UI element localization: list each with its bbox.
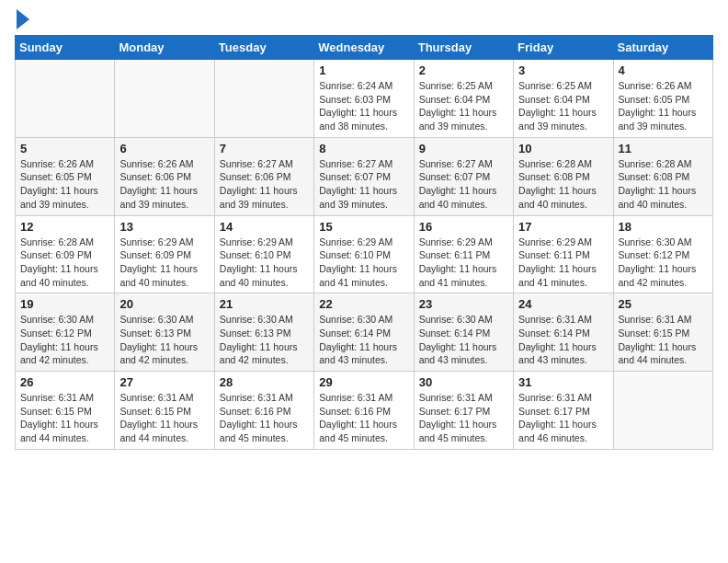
weekday-header-wednesday: Wednesday	[314, 36, 414, 60]
logo	[15, 13, 29, 29]
calendar-cell: 2Sunrise: 6:25 AM Sunset: 6:04 PM Daylig…	[414, 60, 513, 138]
day-number: 7	[220, 142, 309, 155]
day-number: 9	[419, 142, 508, 155]
calendar-cell: 23Sunrise: 6:30 AM Sunset: 6:14 PM Dayli…	[414, 293, 513, 372]
day-number: 26	[20, 375, 109, 389]
day-info: Sunrise: 6:26 AM Sunset: 6:06 PM Dayligh…	[119, 157, 209, 212]
weekday-header-tuesday: Tuesday	[214, 36, 313, 60]
calendar-cell: 4Sunrise: 6:26 AM Sunset: 6:05 PM Daylig…	[613, 60, 712, 138]
day-info: Sunrise: 6:27 AM Sunset: 6:07 PM Dayligh…	[319, 157, 408, 212]
day-info: Sunrise: 6:31 AM Sunset: 6:15 PM Dayligh…	[20, 391, 109, 445]
day-number: 22	[319, 297, 408, 311]
svg-marker-0	[17, 9, 29, 29]
calendar-cell: 25Sunrise: 6:31 AM Sunset: 6:15 PM Dayli…	[613, 293, 712, 372]
day-info: Sunrise: 6:30 AM Sunset: 6:13 PM Dayligh…	[220, 313, 309, 367]
day-info: Sunrise: 6:29 AM Sunset: 6:10 PM Dayligh…	[220, 236, 309, 290]
day-number: 21	[220, 297, 309, 311]
day-number: 17	[518, 220, 608, 234]
day-number: 30	[419, 375, 508, 389]
calendar-cell: 13Sunrise: 6:29 AM Sunset: 6:09 PM Dayli…	[115, 215, 214, 293]
day-info: Sunrise: 6:29 AM Sunset: 6:11 PM Dayligh…	[419, 236, 508, 290]
day-info: Sunrise: 6:28 AM Sunset: 6:09 PM Dayligh…	[20, 236, 109, 290]
day-info: Sunrise: 6:31 AM Sunset: 6:17 PM Dayligh…	[518, 391, 608, 445]
calendar-cell	[16, 60, 115, 138]
day-info: Sunrise: 6:28 AM Sunset: 6:08 PM Dayligh…	[619, 157, 708, 212]
day-info: Sunrise: 6:29 AM Sunset: 6:11 PM Dayligh…	[518, 236, 608, 290]
day-info: Sunrise: 6:27 AM Sunset: 6:07 PM Dayligh…	[419, 157, 508, 212]
calendar-cell: 18Sunrise: 6:30 AM Sunset: 6:12 PM Dayli…	[613, 215, 712, 293]
day-number: 16	[419, 220, 508, 234]
calendar-cell: 3Sunrise: 6:25 AM Sunset: 6:04 PM Daylig…	[514, 60, 613, 138]
day-number: 10	[518, 142, 608, 155]
calendar-cell: 19Sunrise: 6:30 AM Sunset: 6:12 PM Dayli…	[16, 293, 115, 372]
calendar-cell: 20Sunrise: 6:30 AM Sunset: 6:13 PM Dayli…	[115, 293, 214, 372]
calendar-cell: 7Sunrise: 6:27 AM Sunset: 6:06 PM Daylig…	[214, 137, 313, 215]
week-row-2: 5Sunrise: 6:26 AM Sunset: 6:05 PM Daylig…	[16, 137, 713, 215]
calendar-cell: 8Sunrise: 6:27 AM Sunset: 6:07 PM Daylig…	[314, 137, 414, 215]
calendar-cell: 9Sunrise: 6:27 AM Sunset: 6:07 PM Daylig…	[414, 137, 513, 215]
day-number: 23	[419, 297, 508, 311]
day-info: Sunrise: 6:28 AM Sunset: 6:08 PM Dayligh…	[518, 157, 608, 212]
week-row-5: 26Sunrise: 6:31 AM Sunset: 6:15 PM Dayli…	[16, 372, 713, 450]
calendar-cell: 14Sunrise: 6:29 AM Sunset: 6:10 PM Dayli…	[214, 215, 313, 293]
day-number: 31	[518, 375, 608, 389]
day-number: 18	[619, 220, 708, 234]
week-row-1: 1Sunrise: 6:24 AM Sunset: 6:03 PM Daylig…	[16, 60, 713, 138]
calendar-cell: 15Sunrise: 6:29 AM Sunset: 6:10 PM Dayli…	[314, 215, 414, 293]
calendar-cell	[214, 60, 313, 138]
calendar-cell: 30Sunrise: 6:31 AM Sunset: 6:17 PM Dayli…	[414, 372, 513, 450]
weekday-header-saturday: Saturday	[613, 36, 712, 60]
header	[15, 9, 713, 29]
calendar-cell: 21Sunrise: 6:30 AM Sunset: 6:13 PM Dayli…	[214, 293, 313, 372]
weekday-header-sunday: Sunday	[16, 36, 115, 60]
weekday-header-row: SundayMondayTuesdayWednesdayThursdayFrid…	[16, 36, 713, 60]
weekday-header-friday: Friday	[514, 36, 613, 60]
day-number: 5	[20, 142, 109, 155]
day-number: 2	[419, 63, 508, 77]
day-number: 1	[319, 63, 408, 77]
week-row-3: 12Sunrise: 6:28 AM Sunset: 6:09 PM Dayli…	[16, 215, 713, 293]
calendar-cell	[115, 60, 214, 138]
calendar-cell: 11Sunrise: 6:28 AM Sunset: 6:08 PM Dayli…	[613, 137, 712, 215]
logo-text	[15, 13, 29, 29]
page: SundayMondayTuesdayWednesdayThursdayFrid…	[0, 0, 728, 563]
day-number: 20	[119, 297, 209, 311]
day-info: Sunrise: 6:30 AM Sunset: 6:14 PM Dayligh…	[319, 313, 408, 367]
calendar-cell: 1Sunrise: 6:24 AM Sunset: 6:03 PM Daylig…	[314, 60, 414, 138]
calendar-cell: 27Sunrise: 6:31 AM Sunset: 6:15 PM Dayli…	[115, 372, 214, 450]
day-info: Sunrise: 6:30 AM Sunset: 6:12 PM Dayligh…	[619, 236, 708, 290]
calendar-cell: 29Sunrise: 6:31 AM Sunset: 6:16 PM Dayli…	[314, 372, 414, 450]
calendar-cell: 24Sunrise: 6:31 AM Sunset: 6:14 PM Dayli…	[514, 293, 613, 372]
day-info: Sunrise: 6:25 AM Sunset: 6:04 PM Dayligh…	[419, 79, 508, 133]
day-number: 24	[518, 297, 608, 311]
logo-icon	[17, 9, 29, 29]
day-info: Sunrise: 6:31 AM Sunset: 6:16 PM Dayligh…	[220, 391, 309, 445]
weekday-header-monday: Monday	[115, 36, 214, 60]
calendar-table: SundayMondayTuesdayWednesdayThursdayFrid…	[15, 35, 713, 450]
day-info: Sunrise: 6:29 AM Sunset: 6:10 PM Dayligh…	[319, 236, 408, 290]
calendar-cell: 12Sunrise: 6:28 AM Sunset: 6:09 PM Dayli…	[16, 215, 115, 293]
day-info: Sunrise: 6:31 AM Sunset: 6:16 PM Dayligh…	[319, 391, 408, 445]
calendar-cell: 16Sunrise: 6:29 AM Sunset: 6:11 PM Dayli…	[414, 215, 513, 293]
day-number: 6	[119, 142, 209, 155]
calendar-cell: 26Sunrise: 6:31 AM Sunset: 6:15 PM Dayli…	[16, 372, 115, 450]
calendar-cell: 31Sunrise: 6:31 AM Sunset: 6:17 PM Dayli…	[514, 372, 613, 450]
calendar-body: 1Sunrise: 6:24 AM Sunset: 6:03 PM Daylig…	[16, 60, 713, 450]
calendar-cell: 6Sunrise: 6:26 AM Sunset: 6:06 PM Daylig…	[115, 137, 214, 215]
day-info: Sunrise: 6:26 AM Sunset: 6:05 PM Dayligh…	[619, 79, 708, 133]
day-number: 12	[20, 220, 109, 234]
day-number: 27	[119, 375, 209, 389]
day-info: Sunrise: 6:29 AM Sunset: 6:09 PM Dayligh…	[119, 236, 209, 290]
day-info: Sunrise: 6:27 AM Sunset: 6:06 PM Dayligh…	[220, 157, 309, 212]
day-number: 29	[319, 375, 408, 389]
day-info: Sunrise: 6:30 AM Sunset: 6:13 PM Dayligh…	[119, 313, 209, 367]
week-row-4: 19Sunrise: 6:30 AM Sunset: 6:12 PM Dayli…	[16, 293, 713, 372]
day-number: 15	[319, 220, 408, 234]
day-number: 8	[319, 142, 408, 155]
calendar-cell: 22Sunrise: 6:30 AM Sunset: 6:14 PM Dayli…	[314, 293, 414, 372]
calendar-cell: 5Sunrise: 6:26 AM Sunset: 6:05 PM Daylig…	[16, 137, 115, 215]
day-number: 3	[518, 63, 608, 77]
calendar-cell: 28Sunrise: 6:31 AM Sunset: 6:16 PM Dayli…	[214, 372, 313, 450]
weekday-header-thursday: Thursday	[414, 36, 513, 60]
day-number: 28	[220, 375, 309, 389]
